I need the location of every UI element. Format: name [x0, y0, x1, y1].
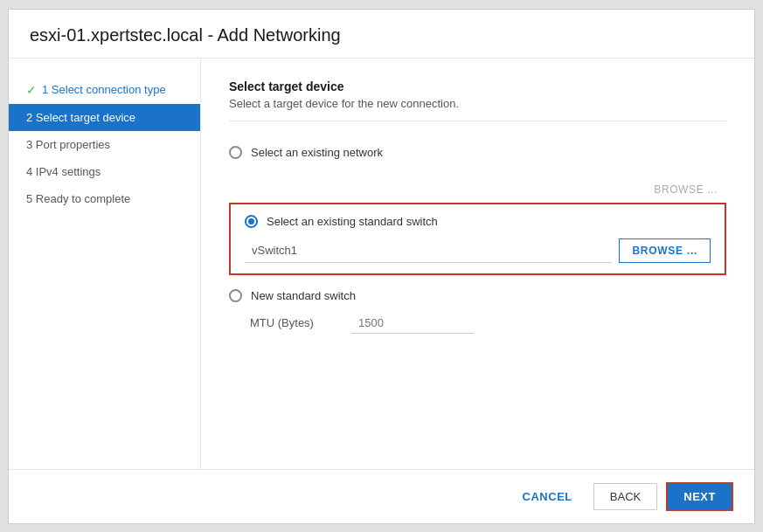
- vswitch-input[interactable]: [245, 238, 612, 263]
- sidebar: ✓ 1 Select connection type 2 Select targ…: [9, 59, 201, 469]
- existing-switch-header: Select an existing standard switch: [245, 215, 711, 228]
- dialog-body: ✓ 1 Select connection type 2 Select targ…: [9, 59, 754, 469]
- browse-light-button[interactable]: BROWSE ...: [647, 180, 725, 199]
- section-desc: Select a target device for the new conne…: [229, 97, 726, 121]
- sidebar-item-step4[interactable]: 4 IPv4 settings: [9, 158, 200, 185]
- section-title: Select target device: [229, 79, 726, 93]
- sidebar-step2-label: 2 Select target device: [26, 111, 135, 124]
- browse-light-row: BROWSE ...: [229, 180, 726, 199]
- mtu-row: MTU (Bytes): [250, 313, 726, 334]
- dialog-footer: CANCEL BACK NEXT: [9, 469, 754, 523]
- checkmark-icon: ✓: [26, 83, 37, 97]
- back-button[interactable]: BACK: [593, 483, 657, 510]
- existing-network-radio[interactable]: [229, 146, 242, 159]
- sidebar-step4-label: 4 IPv4 settings: [26, 165, 101, 178]
- mtu-label: MTU (Bytes): [250, 316, 337, 329]
- cancel-button[interactable]: CANCEL: [510, 483, 585, 510]
- new-switch-label: New standard switch: [251, 289, 356, 302]
- existing-network-option-row: Select an existing network: [229, 139, 726, 166]
- mtu-input[interactable]: [351, 313, 474, 334]
- add-networking-dialog: esxi-01.xpertstec.local - Add Networking…: [8, 9, 755, 524]
- existing-switch-box: Select an existing standard switch BROWS…: [229, 203, 726, 275]
- new-switch-radio[interactable]: [229, 289, 242, 302]
- browse-teal-button[interactable]: BROWSE ...: [619, 238, 711, 263]
- new-switch-row: New standard switch: [229, 289, 726, 302]
- existing-switch-label: Select an existing standard switch: [267, 215, 438, 228]
- sidebar-item-step3[interactable]: 3 Port properties: [9, 131, 200, 158]
- main-content: Select target device Select a target dev…: [201, 59, 754, 469]
- existing-network-label: Select an existing network: [251, 146, 383, 159]
- switch-input-row: BROWSE ...: [245, 238, 711, 263]
- next-button[interactable]: NEXT: [666, 482, 733, 511]
- sidebar-step1-label: 1 Select connection type: [42, 83, 166, 96]
- sidebar-step5-label: 5 Ready to complete: [26, 192, 130, 205]
- sidebar-item-step1[interactable]: ✓ 1 Select connection type: [9, 76, 200, 104]
- sidebar-item-step5[interactable]: 5 Ready to complete: [9, 185, 200, 212]
- dialog-title: esxi-01.xpertstec.local - Add Networking: [9, 10, 754, 59]
- sidebar-step3-label: 3 Port properties: [26, 138, 110, 151]
- sidebar-item-step2[interactable]: 2 Select target device: [9, 104, 200, 131]
- radio-blue-inner: [248, 218, 254, 225]
- existing-switch-radio[interactable]: [245, 215, 258, 228]
